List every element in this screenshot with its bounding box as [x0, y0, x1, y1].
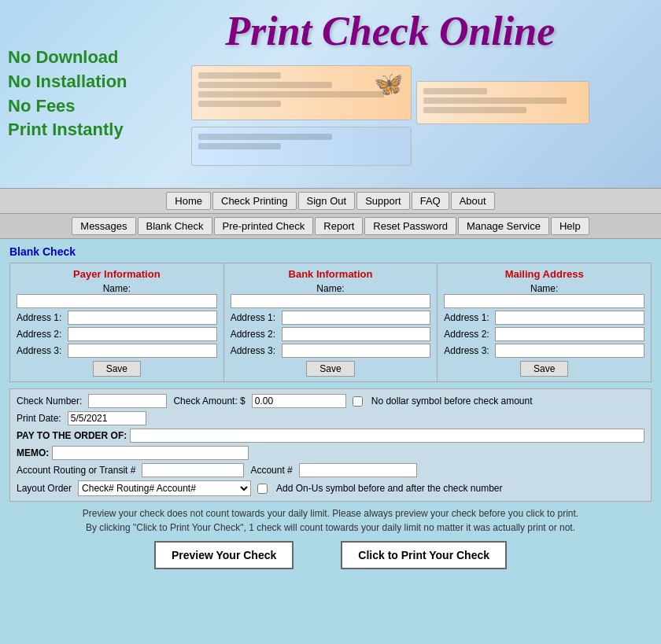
memo-label: MEMO: — [17, 447, 49, 458]
bank-address2-label: Address 2: — [231, 329, 282, 340]
mailing-save-button[interactable]: Save — [520, 361, 568, 377]
bank-address1-row: Address 1: — [231, 311, 431, 325]
mailing-address1-input[interactable] — [495, 311, 644, 325]
main-content: Blank Check Payer Information Name: Addr… — [0, 239, 661, 644]
sub-nav: Messages Blank Check Pre-printed Check R… — [0, 214, 661, 239]
payer-address2-row: Address 2: — [17, 327, 217, 341]
check-preview-mid — [191, 127, 412, 166]
sub-manage-service[interactable]: Manage Service — [458, 217, 549, 235]
routing-label: Account Routing or Transit # — [17, 465, 135, 476]
bank-save-row: Save — [231, 361, 431, 377]
payer-name-input[interactable] — [17, 294, 217, 308]
check-amount-label: Check Amount: $ — [173, 396, 245, 407]
check-amount-input[interactable]: 0.00 — [252, 394, 346, 408]
payer-section: Payer Information Name: Address 1: Addre… — [10, 263, 224, 381]
payer-address3-label: Address 3: — [17, 345, 68, 356]
sub-help[interactable]: Help — [551, 217, 589, 235]
tagline-line2: No Installation — [8, 70, 127, 94]
header-image — [264, 54, 516, 180]
header: No Download No Installation No Fees Prin… — [0, 0, 661, 188]
memo-input[interactable] — [52, 446, 249, 460]
bank-address2-row: Address 2: — [231, 327, 431, 341]
payto-input[interactable] — [130, 429, 644, 443]
notice-line2: By clicking "Click to Print Your Check",… — [9, 522, 652, 533]
mailing-address3-label: Address 3: — [444, 345, 495, 356]
bank-address3-row: Address 3: — [231, 344, 431, 358]
check-preview-top — [191, 65, 412, 120]
sub-reset-password[interactable]: Reset Password — [364, 217, 456, 235]
bank-address3-label: Address 3: — [231, 345, 282, 356]
payer-name-row: Name: — [17, 283, 217, 308]
layout-row: Layout Order Check# Routing# Account# Ad… — [17, 480, 644, 496]
mailing-address1-label: Address 1: — [444, 312, 495, 323]
payer-address2-input[interactable] — [68, 327, 217, 341]
print-button[interactable]: Click to Print Your Check — [341, 541, 507, 569]
nav-check-printing[interactable]: Check Printing — [212, 192, 297, 210]
mailing-address1-row: Address 1: — [444, 311, 644, 325]
payer-address1-label: Address 1: — [17, 312, 68, 323]
bank-address2-input[interactable] — [282, 327, 431, 341]
nav-sign-out[interactable]: Sign Out — [298, 192, 356, 210]
check-preview-bot — [416, 81, 589, 124]
bank-name-label: Name: — [231, 283, 431, 294]
routing-row: Account Routing or Transit # Account # — [17, 463, 644, 477]
mailing-address3-input[interactable] — [495, 344, 644, 358]
payer-address1-input[interactable] — [68, 311, 217, 325]
page-title: Blank Check — [9, 245, 652, 258]
no-dollar-checkbox[interactable] — [353, 396, 363, 407]
bank-address1-input[interactable] — [282, 311, 431, 325]
action-buttons: Preview Your Check Click to Print Your C… — [9, 541, 652, 569]
mailing-save-row: Save — [444, 361, 644, 377]
sub-blank-check[interactable]: Blank Check — [138, 217, 212, 235]
payer-save-button[interactable]: Save — [93, 361, 141, 377]
payer-title: Payer Information — [17, 268, 217, 280]
check-number-row: Check Number: Check Amount: $ 0.00 No do… — [17, 394, 644, 408]
check-details: Check Number: Check Amount: $ 0.00 No do… — [9, 388, 652, 502]
mailing-title: Mailing Address — [444, 268, 644, 280]
site-logo: Print Check Online — [127, 8, 653, 54]
preview-button[interactable]: Preview Your Check — [154, 541, 294, 569]
payer-address2-label: Address 2: — [17, 329, 68, 340]
nav-faq[interactable]: FAQ — [412, 192, 449, 210]
payer-address1-row: Address 1: — [17, 311, 217, 325]
payer-name-label: Name: — [17, 283, 217, 294]
tagline: No Download No Installation No Fees Prin… — [8, 46, 127, 142]
mailing-section: Mailing Address Name: Address 1: Address… — [438, 263, 651, 381]
nav-about[interactable]: About — [451, 192, 495, 210]
check-number-label: Check Number: — [17, 396, 82, 407]
bank-address3-input[interactable] — [282, 344, 431, 358]
no-dollar-label: No dollar symbol before check amount — [371, 396, 533, 407]
payer-save-row: Save — [17, 361, 217, 377]
bank-name-input[interactable] — [231, 294, 431, 308]
tagline-line4: Print Instantly — [8, 118, 127, 142]
sub-messages[interactable]: Messages — [72, 217, 135, 235]
mailing-address2-input[interactable] — [495, 327, 644, 341]
add-onus-label: Add On-Us symbol before and after the ch… — [276, 483, 502, 494]
print-date-input[interactable] — [68, 411, 146, 425]
payto-row: PAY TO THE ORDER OF: — [17, 429, 644, 443]
bank-section: Bank Information Name: Address 1: Addres… — [224, 263, 438, 381]
mailing-address2-label: Address 2: — [444, 329, 495, 340]
bank-save-button[interactable]: Save — [306, 361, 354, 377]
layout-label: Layout Order — [17, 483, 72, 494]
bank-name-row: Name: — [231, 283, 431, 308]
add-onus-checkbox[interactable] — [257, 484, 268, 494]
sub-preprinted[interactable]: Pre-printed Check — [214, 217, 314, 235]
routing-input[interactable] — [142, 463, 244, 477]
check-number-input[interactable] — [88, 394, 167, 408]
mailing-address2-row: Address 2: — [444, 327, 644, 341]
layout-select[interactable]: Check# Routing# Account# — [78, 480, 251, 496]
payto-label: PAY TO THE ORDER OF: — [17, 430, 127, 441]
mailing-name-input[interactable] — [444, 294, 644, 308]
nav-home[interactable]: Home — [166, 192, 211, 210]
mailing-name-row: Name: — [444, 283, 644, 308]
sub-report[interactable]: Report — [315, 217, 363, 235]
nav-support[interactable]: Support — [356, 192, 410, 210]
bank-address1-label: Address 1: — [231, 312, 282, 323]
mailing-name-label: Name: — [444, 283, 644, 294]
payer-address3-row: Address 3: — [17, 344, 217, 358]
payer-address3-input[interactable] — [68, 344, 217, 358]
nav-bar: Home Check Printing Sign Out Support FAQ… — [0, 188, 661, 214]
memo-row: MEMO: — [17, 446, 644, 460]
account-input[interactable] — [299, 463, 417, 477]
